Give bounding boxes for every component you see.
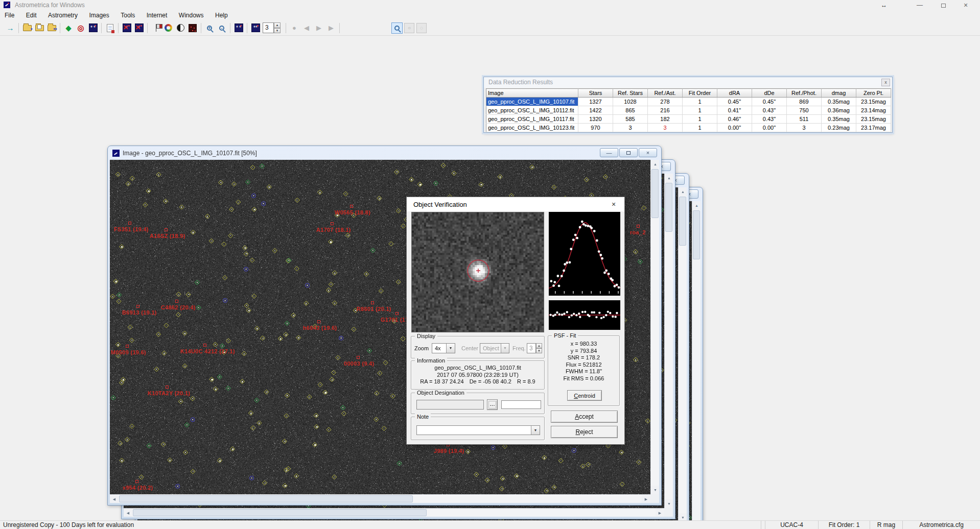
restore-button[interactable]: [933, 0, 953, 10]
scroll-up-icon[interactable]: ▲: [665, 174, 673, 182]
magnifier-tool-button[interactable]: [391, 22, 403, 34]
freq-value[interactable]: 3: [527, 343, 536, 353]
vertical-scrollbar[interactable]: ▲▼: [650, 160, 659, 494]
vertical-scrollbar[interactable]: ▲▼: [678, 187, 687, 522]
chevron-down-icon[interactable]: ▼: [531, 426, 540, 435]
col-dmag[interactable]: dmag: [822, 89, 856, 98]
note-select[interactable]: ▼: [416, 425, 540, 435]
spin-up-icon[interactable]: ▲: [536, 343, 542, 348]
span-arrows-icon[interactable]: ↔: [874, 0, 894, 10]
designation-input-2[interactable]: [501, 400, 541, 409]
scroll-right-icon[interactable]: ▶: [656, 509, 664, 517]
scroll-up-icon[interactable]: ▲: [679, 187, 687, 196]
horizontal-scrollbar[interactable]: ◀▶: [110, 494, 650, 503]
blink-stop-icon[interactable]: ●: [288, 22, 300, 34]
open-images-icon[interactable]: *: [21, 22, 33, 34]
scroll-thumb[interactable]: [119, 495, 413, 502]
chevron-down-icon[interactable]: ▼: [446, 344, 455, 353]
menu-help[interactable]: Help: [211, 10, 232, 20]
exit-icon[interactable]: →: [4, 22, 16, 34]
open-new-images-icon[interactable]: [33, 22, 45, 34]
spin-up-icon[interactable]: ▲: [274, 22, 281, 28]
menu-edit[interactable]: Edit: [21, 10, 41, 20]
blink-play-icon[interactable]: ▶: [313, 22, 325, 34]
horizontal-scrollbar[interactable]: ◀▶: [124, 508, 664, 517]
col-dra[interactable]: dRA: [717, 89, 752, 98]
scroll-up-icon[interactable]: ▲: [692, 201, 701, 210]
scroll-left-icon[interactable]: ◀: [124, 509, 132, 517]
chevron-down-icon[interactable]: ▼: [501, 344, 509, 353]
app-titlebar[interactable]: Astrometrica for Windows ↔ — ×: [0, 0, 980, 10]
col-image[interactable]: Image: [486, 89, 578, 98]
data-reduction-results-window[interactable]: Data Reduction Results x Image Stars Ref…: [483, 77, 893, 133]
menu-tools[interactable]: Tools: [116, 10, 139, 20]
menu-windows[interactable]: Windows: [174, 10, 208, 20]
col-stars[interactable]: Stars: [578, 89, 613, 98]
accept-button[interactable]: Accept: [551, 411, 618, 423]
scroll-thumb[interactable]: [665, 183, 672, 232]
minimize-button[interactable]: —: [600, 148, 618, 157]
scroll-thumb[interactable]: [651, 169, 659, 218]
zoom-in-icon[interactable]: +: [203, 22, 216, 34]
scroll-down-icon[interactable]: ▼: [665, 499, 673, 508]
designation-browse-button[interactable]: ...: [487, 399, 498, 410]
data-reduction-report-icon[interactable]: [104, 22, 116, 34]
reference-star-map-icon[interactable]: * *: [87, 22, 99, 34]
col-fit-order[interactable]: Fit Order: [683, 89, 717, 98]
invert-contrast-icon[interactable]: [174, 22, 186, 34]
menu-internet[interactable]: Internet: [142, 10, 172, 20]
tool-disabled-2[interactable]: ◌: [415, 22, 428, 34]
results-window-title[interactable]: Data Reduction Results: [484, 77, 892, 88]
centroid-button[interactable]: Centroid: [567, 390, 602, 401]
col-ref-phot[interactable]: Ref./Phot.: [787, 89, 822, 98]
known-object-overlay-icon[interactable]: **: [249, 22, 262, 34]
col-ref-stars[interactable]: Ref. Stars: [613, 89, 648, 98]
dark-frame-icon[interactable]: [186, 22, 199, 34]
tool-disabled-1[interactable]: ○: [403, 22, 415, 34]
zoom-out-icon[interactable]: -: [216, 22, 228, 34]
object-target-icon[interactable]: ◎: [75, 22, 87, 34]
scroll-thumb[interactable]: [693, 210, 700, 259]
col-ref-ast[interactable]: Ref./Ast.: [648, 89, 683, 98]
object-verification-dialog[interactable]: Object Verification × Display Zoom 4x ▼ …: [406, 197, 625, 445]
discard-astrometry-icon[interactable]: *×: [121, 22, 133, 34]
preview-canvas[interactable]: [411, 212, 544, 332]
table-row[interactable]: geo_pproc_OSC_L_IMG_10117.fit13205851821…: [486, 115, 891, 124]
minimize-button[interactable]: —: [909, 0, 930, 10]
col-zero-pt[interactable]: Zero Pt.: [856, 89, 891, 98]
open-blink-series-icon[interactable]: **: [45, 22, 58, 34]
results-close-button[interactable]: x: [881, 79, 890, 86]
scroll-down-icon[interactable]: ▼: [651, 486, 659, 494]
menu-astrometry[interactable]: Astrometry: [43, 10, 82, 20]
scroll-thumb[interactable]: [133, 509, 427, 516]
vertical-scrollbar[interactable]: ▲▼: [692, 201, 701, 529]
dialog-titlebar[interactable]: Object Verification: [407, 197, 624, 211]
table-row[interactable]: geo_pproc_OSC_L_IMG_10107.fit13271028278…: [486, 98, 891, 106]
scroll-left-icon[interactable]: ◀: [110, 495, 119, 503]
designation-input[interactable]: [416, 400, 484, 410]
close-button[interactable]: ×: [639, 148, 657, 157]
dialog-close-icon[interactable]: ×: [610, 200, 618, 208]
object-settings-icon[interactable]: ◆: [62, 22, 75, 34]
col-dde[interactable]: dDe: [752, 89, 787, 98]
color-ring-icon[interactable]: [162, 22, 174, 34]
spin-down-icon[interactable]: ▼: [274, 28, 281, 34]
scroll-thumb[interactable]: [679, 197, 686, 246]
scroll-up-icon[interactable]: ▲: [651, 160, 659, 169]
flag-marker-icon[interactable]: [150, 22, 162, 34]
blink-next-icon[interactable]: ▶: [325, 22, 337, 34]
window-titlebar[interactable]: Image - geo_pproc_OSC_L_IMG_10107.fit [5…: [108, 146, 661, 160]
spin-down-icon[interactable]: ▼: [536, 348, 542, 353]
table-row[interactable]: geo_pproc_OSC_L_IMG_10123.fit9703310.00"…: [486, 124, 891, 132]
menu-images[interactable]: Images: [84, 10, 113, 20]
maximize-button[interactable]: [619, 148, 638, 157]
blink-frame-value[interactable]: 3: [263, 22, 274, 33]
blink-previous-icon[interactable]: ◀: [300, 22, 313, 34]
zoom-select[interactable]: 4x ▼: [432, 343, 455, 353]
vertical-scrollbar[interactable]: ▲▼: [664, 174, 673, 508]
table-row[interactable]: geo_pproc_OSC_L_IMG_10112.fit14228652161…: [486, 106, 891, 115]
star-chart-icon[interactable]: * *: [232, 22, 245, 34]
reject-button[interactable]: Reject: [551, 426, 618, 438]
close-button[interactable]: ×: [955, 0, 976, 10]
menu-file[interactable]: File: [0, 10, 19, 20]
